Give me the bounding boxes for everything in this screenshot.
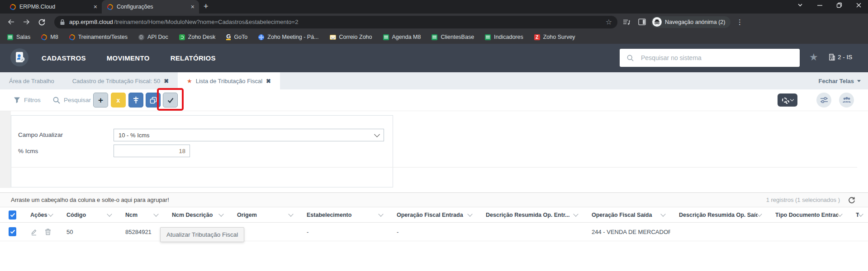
column-menu-icon[interactable] [218, 211, 223, 216]
screen-tabs: Área de TrabalhoCadastro de Tributação F… [0, 72, 868, 89]
column-header-estabelecimento[interactable]: Estabelecimento [298, 207, 388, 222]
side-panel-icon[interactable] [636, 16, 648, 28]
filters-button[interactable]: Filtros [14, 89, 41, 111]
menu-relat-rios[interactable]: RELATÓRIOS [171, 54, 216, 62]
favicon-erpm8 [9, 3, 17, 11]
column-menu-icon[interactable] [858, 211, 863, 216]
column-menu-icon[interactable] [153, 211, 158, 216]
screen-tab-cadastro-de-tributa-o-fiscal-50[interactable]: Cadastro de Tributação Fiscal: 50✖ [63, 72, 178, 89]
incognito-badge[interactable]: Navegação anónima (2) [651, 16, 730, 28]
campo-atualizar-select[interactable]: 10 - % Icms [114, 129, 384, 141]
close-icon[interactable]: ✖ [164, 78, 169, 84]
bookmark-treinamento-testes[interactable]: Treinamento/Testes [69, 34, 128, 40]
checkbox-checked[interactable] [9, 210, 16, 220]
column-header-a-es[interactable]: Ações [22, 207, 58, 222]
menu-movimento[interactable]: MOVIMENTO [107, 54, 150, 62]
bookmark-goto[interactable]: GGoTo [226, 34, 247, 40]
menu-cadastros[interactable]: CADASTROS [42, 54, 86, 62]
mail-icon [330, 35, 336, 40]
column-menu-icon[interactable] [107, 211, 112, 216]
column-header-opera-o-fiscal-entrada[interactable]: Operação Fiscal Entrada [388, 207, 477, 222]
filter-icon [14, 97, 20, 103]
grid-settings-button[interactable] [816, 93, 831, 107]
close-screens-button[interactable]: Fechar Telas [818, 72, 861, 89]
column-menu-icon[interactable] [837, 211, 842, 216]
update-form-section: Atualizar Tributação Fiscal Campo Atuali… [0, 111, 868, 192]
column-menu-icon[interactable] [48, 211, 53, 216]
bookmark-salas[interactable]: Salas [7, 34, 30, 40]
column-menu-icon[interactable] [288, 211, 293, 216]
edit-icon[interactable] [30, 228, 38, 236]
back-button[interactable] [5, 16, 17, 28]
bookmark-zoho-survey[interactable]: ZZoho Survey [534, 34, 575, 40]
establishment-selector[interactable]: 2 - IS [829, 54, 852, 61]
bookmark-zoho-meeting-p[interactable]: Zoho Meeting - Pá... [258, 34, 318, 40]
browser-tab-configuracoes[interactable]: Configurações × [102, 0, 199, 14]
table-row[interactable]: 5085284921"Monitores de video,a co...--2… [0, 223, 868, 241]
grid-group-bar[interactable]: Arraste um cabeçalho da coluna e solte-o… [0, 192, 868, 207]
bookmark-zoho-desk[interactable]: Zoho Desk [179, 34, 215, 40]
restore-button[interactable] [836, 2, 842, 8]
screen-tab-rea-de-trabalho[interactable]: Área de Trabalho [0, 72, 63, 89]
column-menu-icon[interactable] [660, 211, 665, 216]
column-header-c-digo[interactable]: Código [58, 207, 117, 222]
screen-tab-lista-de-tributa-o-fiscal[interactable]: ★Lista de Tributação Fiscal✖ [178, 72, 280, 89]
new-tab-button[interactable]: + [204, 2, 209, 11]
update-fields-button[interactable] [128, 93, 143, 107]
delete-icon[interactable] [45, 228, 51, 235]
zoho-survey-icon: Z [534, 34, 540, 40]
column-header-t[interactable]: T... [847, 207, 868, 222]
column-menu-icon[interactable] [757, 211, 762, 216]
copy-icon [150, 97, 157, 104]
settings-gears-button[interactable] [778, 93, 797, 107]
select-all-checkbox[interactable] [0, 207, 22, 222]
tab-close-icon[interactable]: × [94, 4, 97, 10]
add-button[interactable]: + [93, 93, 108, 107]
tab-search-chevron-icon[interactable] [797, 2, 803, 8]
forward-button[interactable] [20, 16, 33, 28]
system-search-box[interactable] [620, 49, 800, 67]
column-header-opera-o-fiscal-sa-da[interactable]: Operação Fiscal Saída [583, 207, 670, 222]
bookmark-correio-zoho[interactable]: Correio Zoho [330, 34, 372, 40]
app-logo[interactable] [10, 48, 29, 69]
close-window-button[interactable] [856, 2, 862, 8]
bookmark-indicadores[interactable]: Indicadores [485, 34, 523, 40]
row-checkbox[interactable] [0, 227, 22, 236]
column-header-origem[interactable]: Origem [228, 207, 298, 222]
bookmark-star-icon[interactable]: ☆ [606, 18, 612, 26]
checkbox-checked[interactable] [9, 227, 16, 236]
system-search-input[interactable] [640, 54, 792, 62]
column-menu-icon[interactable] [573, 211, 578, 216]
confirm-update-button[interactable] [163, 93, 178, 107]
tab-close-icon[interactable]: × [191, 4, 194, 10]
refresh-button[interactable] [848, 196, 855, 205]
browser-menu-icon[interactable]: ⋮ [733, 16, 746, 28]
search-icon [627, 55, 634, 61]
column-header-descri-o-resumida-op-sa-da[interactable]: Descrição Resumida Op. Saída [670, 207, 767, 222]
incognito-icon [652, 17, 662, 27]
reload-button[interactable] [35, 16, 48, 28]
column-header-descri-o-resumida-op-entr[interactable]: Descrição Resumida Op. Entr... [477, 207, 583, 222]
column-menu-icon[interactable] [467, 211, 472, 216]
favorites-star-icon[interactable]: ★ [809, 52, 818, 62]
address-bar[interactable]: app.erpm8.cloud/treinamento/Home/ModuloN… [54, 16, 617, 28]
users-button[interactable] [839, 93, 854, 107]
column-header-ncm-descri-o[interactable]: Ncm Descrição [163, 207, 228, 222]
column-menu-icon[interactable] [378, 211, 383, 216]
browser-tab-erpm8[interactable]: ERPM8.Cloud × [5, 0, 102, 14]
column-header-ncm[interactable]: Ncm [117, 207, 163, 222]
bookmark-m8[interactable]: M8 [41, 34, 58, 40]
bookmark-clientesbase[interactable]: ClientesBase [432, 34, 474, 40]
search-button[interactable]: Pesquisar [53, 89, 91, 111]
cancel-button[interactable]: x [111, 93, 126, 107]
close-icon[interactable]: ✖ [266, 78, 271, 84]
bookmark-api-doc[interactable]: API Doc [138, 34, 168, 40]
cell: 50 [58, 229, 117, 235]
bookmark-agenda-m8[interactable]: Agenda M8 [383, 34, 421, 40]
column-header-tipo-documento-entrada[interactable]: Tipo Documento Entrada [767, 207, 847, 222]
search-icon [53, 97, 60, 104]
media-controls-icon[interactable] [620, 16, 633, 28]
minimize-button[interactable] [817, 2, 823, 8]
establishment-label: 2 - IS [838, 54, 852, 61]
icms-input[interactable] [114, 145, 190, 157]
